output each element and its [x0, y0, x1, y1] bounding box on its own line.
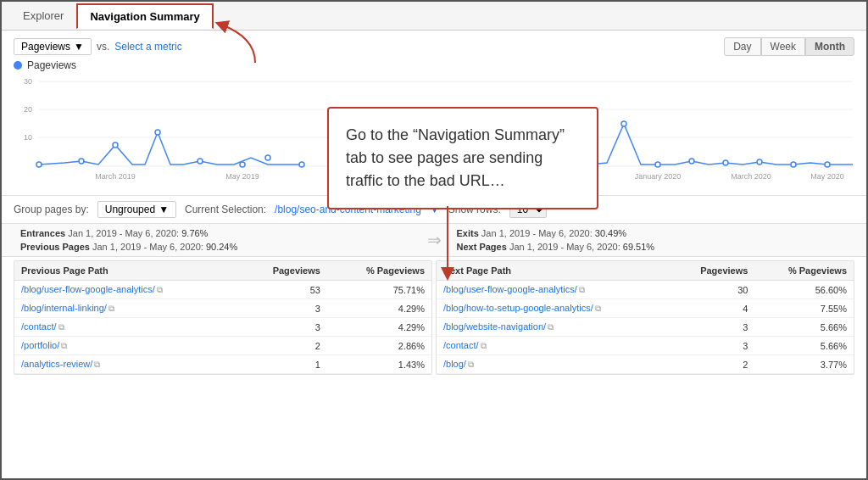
svg-text:20: 20	[24, 105, 32, 114]
percent-cell: 1.43%	[327, 355, 431, 374]
svg-point-26	[825, 162, 830, 167]
svg-point-22	[689, 159, 694, 164]
page-path-link[interactable]: /blog/website-navigation/	[443, 321, 546, 332]
period-day[interactable]: Day	[724, 37, 760, 56]
page-path-link[interactable]: /blog/user-flow-google-analytics/	[443, 284, 577, 294]
svg-point-25	[791, 162, 796, 167]
metric-dropdown[interactable]: Pageviews ▼	[14, 38, 92, 55]
svg-point-19	[299, 162, 304, 167]
chart-area: Pageviews ▼ vs. Select a metric Day Week…	[2, 31, 866, 196]
page-path-link[interactable]: /contact/	[443, 340, 479, 350]
page-path-link[interactable]: /analytics-review/	[21, 359, 92, 369]
percent-cell: 2.86%	[327, 337, 431, 355]
pageviews-cell: 3	[670, 318, 754, 337]
pageviews-cell: 1	[238, 355, 327, 374]
group-by-dropdown[interactable]: Ungrouped ▼	[97, 201, 176, 218]
copy-icon[interactable]: ⧉	[108, 304, 114, 313]
copy-icon[interactable]: ⧉	[157, 285, 163, 294]
tab-navigation-summary[interactable]: Navigation Summary	[76, 3, 213, 29]
period-week[interactable]: Week	[761, 37, 805, 56]
table-row: /contact/⧉ 3 4.29%	[14, 318, 431, 337]
copy-icon[interactable]: ⧉	[94, 360, 100, 369]
chart-svg-container: 30 20 10 March 2019 May 2019 January 202…	[14, 73, 854, 183]
table-row: /analytics-review/⧉ 1 1.43%	[14, 355, 431, 374]
svg-point-15	[155, 130, 160, 135]
table-row: /portfolio/⧉ 2 2.86%	[14, 337, 431, 355]
table-row: /blog/user-flow-google-analytics/⧉ 30 56…	[437, 281, 854, 299]
chevron-down-icon: ▼	[74, 41, 84, 53]
table-row: /contact/⧉ 3 5.66%	[437, 337, 854, 355]
tab-explorer[interactable]: Explorer	[10, 3, 76, 28]
percent-cell: 7.55%	[754, 299, 854, 318]
svg-point-12	[36, 162, 42, 167]
select-metric-link[interactable]: Select a metric	[114, 41, 181, 53]
tab-bar: Explorer Navigation Summary	[2, 2, 866, 31]
page-path-link[interactable]: /blog/	[443, 359, 466, 369]
annotation-box: Go to the “Navigation Summary” tab to se…	[327, 107, 598, 209]
table-row: /blog/user-flow-google-analytics/⧉ 53 75…	[14, 281, 431, 299]
pageviews-cell: 3	[670, 337, 754, 355]
svg-point-18	[265, 155, 270, 160]
previous-pages-table: Previous Page Path Pageviews % Pageviews…	[14, 260, 432, 375]
pageviews-cell: 3	[238, 318, 327, 337]
pageviews-cell: 3	[238, 299, 327, 318]
svg-text:March 2019: March 2019	[95, 172, 136, 181]
pageviews-cell: 4	[670, 299, 754, 318]
percent-cell: 4.29%	[327, 318, 431, 337]
svg-point-20	[621, 121, 626, 126]
percent-cell: 75.71%	[327, 281, 431, 299]
period-buttons: Day Week Month	[724, 37, 854, 56]
prev-col-pageviews: Pageviews	[238, 261, 327, 281]
period-month[interactable]: Month	[805, 37, 854, 56]
chart-legend: Pageviews	[14, 59, 854, 71]
svg-point-21	[655, 162, 660, 167]
prev-col-path: Previous Page Path	[14, 261, 238, 281]
page-path-link[interactable]: /contact/	[21, 321, 57, 332]
section-exits-next: Exits Jan 1, 2019 - May 6, 2020: 30.49% …	[450, 224, 855, 256]
copy-icon[interactable]: ⧉	[579, 285, 585, 294]
copy-icon[interactable]: ⧉	[548, 322, 554, 332]
arrow-down-svg	[414, 206, 481, 282]
copy-icon[interactable]: ⧉	[58, 322, 64, 332]
section-entrances-exits: Entrances Jan 1, 2019 - May 6, 2020: 9.7…	[14, 224, 419, 256]
next-col-pageviews: Pageviews	[670, 261, 754, 281]
chart-controls: Pageviews ▼ vs. Select a metric Day Week…	[14, 37, 854, 56]
page-path-link[interactable]: /portfolio/	[21, 340, 59, 350]
copy-icon[interactable]: ⧉	[595, 304, 601, 313]
svg-text:January 2020: January 2020	[635, 172, 682, 181]
legend-dot	[14, 61, 22, 70]
page-path-link[interactable]: /blog/how-to-setup-google-analytics/	[443, 303, 593, 313]
svg-point-14	[113, 142, 118, 148]
svg-point-13	[79, 159, 84, 164]
chevron-down-icon-2: ▼	[159, 204, 169, 215]
table-row: /blog/website-navigation/⧉ 3 5.66%	[437, 318, 854, 337]
pageviews-cell: 2	[670, 355, 754, 374]
copy-icon[interactable]: ⧉	[481, 341, 487, 350]
percent-cell: 5.66%	[754, 318, 854, 337]
table-row: /blog/⧉ 2 3.77%	[437, 355, 854, 374]
percent-cell: 4.29%	[327, 299, 431, 318]
svg-text:May 2020: May 2020	[810, 172, 844, 181]
svg-text:30: 30	[24, 77, 32, 86]
next-col-percent: % Pageviews	[754, 261, 854, 281]
svg-text:March 2020: March 2020	[731, 172, 771, 181]
pageviews-cell: 53	[238, 281, 327, 299]
pageviews-cell: 30	[670, 281, 754, 299]
percent-cell: 5.66%	[754, 337, 854, 355]
svg-text:10: 10	[24, 133, 32, 142]
svg-point-16	[198, 159, 203, 164]
page-path-link[interactable]: /blog/user-flow-google-analytics/	[21, 284, 155, 294]
pageviews-cell: 2	[238, 337, 327, 355]
copy-icon[interactable]: ⧉	[61, 341, 67, 350]
table-row: /blog/internal-linking/⧉ 3 4.29%	[14, 299, 431, 318]
svg-point-23	[723, 160, 728, 165]
chart-left-controls: Pageviews ▼ vs. Select a metric	[14, 38, 182, 55]
svg-point-24	[757, 159, 762, 165]
copy-icon[interactable]: ⧉	[468, 360, 474, 369]
percent-cell: 3.77%	[754, 355, 854, 374]
svg-point-17	[240, 162, 245, 167]
table-row: /blog/how-to-setup-google-analytics/⧉ 4 …	[437, 299, 854, 318]
page-path-link[interactable]: /blog/internal-linking/	[21, 303, 107, 313]
next-pages-table: Next Page Path Pageviews % Pageviews /bl…	[436, 260, 854, 375]
percent-cell: 56.60%	[754, 281, 854, 299]
